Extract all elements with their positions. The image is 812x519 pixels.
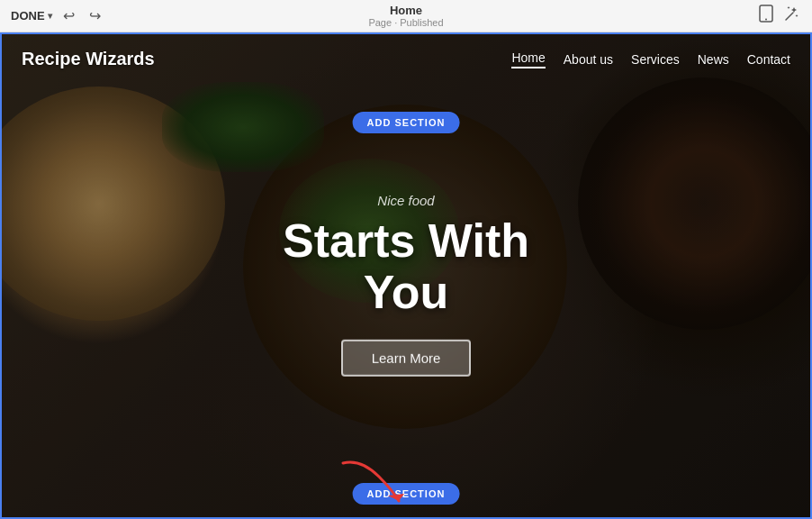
toolbar-right [758, 5, 801, 27]
hero-title: Starts WithYou [283, 215, 529, 318]
add-section-bottom-wrapper: ADD SECTION [353, 483, 460, 505]
nav-item-services[interactable]: Services [631, 52, 680, 67]
nav-item-home[interactable]: Home [511, 50, 545, 68]
page-subtitle: Page · Published [368, 17, 443, 28]
nav-item-contact[interactable]: Contact [747, 52, 790, 67]
hero-content: Nice food Starts WithYou Learn More [283, 193, 529, 377]
magic-wand-icon [783, 5, 801, 27]
add-section-bottom-button[interactable]: ADD SECTION [353, 483, 460, 505]
undo-icon: ↩ [63, 7, 75, 24]
undo-button[interactable]: ↩ [59, 5, 78, 26]
page-title: Home [368, 4, 443, 17]
done-label: DONE [11, 9, 45, 23]
nav-item-news[interactable]: News [698, 52, 729, 67]
hero-subtitle: Nice food [283, 193, 529, 208]
add-section-top-button[interactable]: ADD SECTION [353, 112, 460, 133]
chevron-down-icon: ▾ [48, 11, 52, 21]
mobile-icon [758, 5, 774, 27]
nav-item-about[interactable]: About us [564, 52, 613, 67]
mobile-preview-button[interactable] [758, 5, 774, 27]
done-button[interactable]: DONE ▾ [11, 9, 52, 23]
learn-more-button[interactable]: Learn More [341, 340, 472, 377]
toolbar-left: DONE ▾ ↩ ↪ [11, 5, 104, 26]
redo-icon: ↪ [89, 7, 101, 24]
editor-toolbar: DONE ▾ ↩ ↪ Home Page · Published [0, 0, 812, 32]
toolbar-center: Home Page · Published [368, 4, 443, 28]
site-nav: Home About us Services News Contact [511, 50, 790, 68]
site-logo: Recipe Wizards [22, 49, 155, 69]
redo-button[interactable]: ↪ [86, 5, 104, 26]
svg-point-1 [765, 19, 767, 21]
site-header: Recipe Wizards Home About us Services Ne… [0, 32, 812, 86]
magic-wand-button[interactable] [783, 5, 801, 27]
main-canvas: ADD SECTION Recipe Wizards Home About us… [0, 32, 812, 519]
